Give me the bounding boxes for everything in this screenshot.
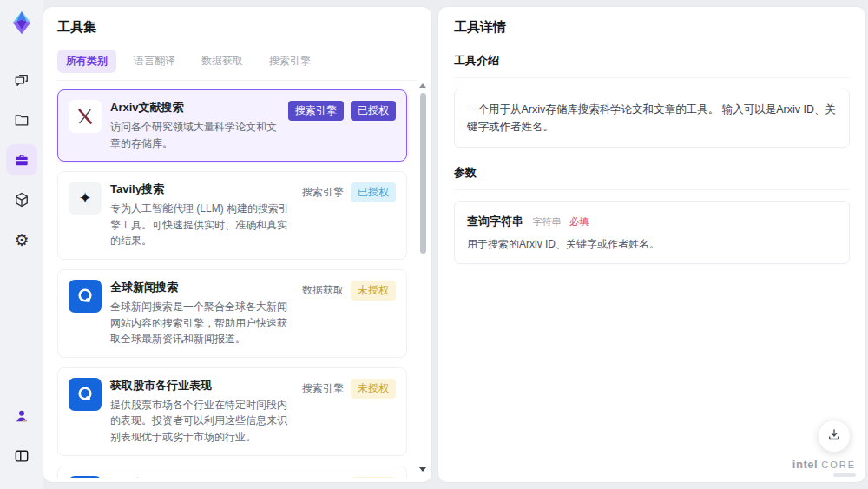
tool-card-title: Arxiv文献搜索 [110, 100, 279, 116]
category-badge: 搜索引擎 [302, 379, 344, 399]
chat-icon [13, 71, 30, 89]
authorization-badge: 未授权 [351, 477, 396, 478]
category-badge: 数据获取 [302, 281, 344, 301]
sidebar-item-settings[interactable]: ⚙ [6, 224, 37, 255]
parameter-type: 字符串 [532, 216, 561, 227]
parameters-heading: 参数 [454, 165, 850, 190]
download-button[interactable] [818, 420, 851, 453]
app-root: ⚙ 工具集 [0, 0, 868, 489]
parameter-name: 查询字符串 [467, 215, 523, 228]
tool-card-description: 专为人工智能代理 (LLM) 构建的搜索引擎工具。可快速提供实时、准确和真实的结… [110, 201, 293, 249]
tool-card-description: 访问各个研究领域大量科学论文和文章的存储库。 [110, 119, 279, 151]
tool-card[interactable]: Arxiv文献搜索 访问各个研究领域大量科学论文和文章的存储库。 搜索引擎 已授… [57, 89, 407, 162]
arxiv-logo-icon [69, 100, 102, 133]
category-badge: 搜索引擎 [288, 101, 344, 121]
sparkle-star-icon: ✦ [69, 182, 102, 215]
tool-card[interactable]: 获取股市各行业表现 提供股票市场各个行业在特定时间段内的表现。投资者可以利用这些… [57, 367, 407, 456]
parameter-card: 查询字符串 字符串 必填 用于搜索的Arxiv ID、关键字或作者姓名。 [454, 201, 850, 264]
tool-list-panel: 工具集 所有类别 语言翻译 数据获取 搜索引擎 [43, 7, 431, 482]
category-tab[interactable]: 搜索引擎 [260, 50, 319, 73]
authorization-badge: 已授权 [351, 182, 396, 202]
scroll-up-icon[interactable] [419, 83, 426, 88]
category-tab[interactable]: 语言翻译 [125, 50, 184, 73]
sidebar-item-files[interactable] [6, 104, 37, 135]
sidebar-item-account[interactable] [6, 400, 37, 432]
sidebar-item-tools[interactable] [6, 144, 37, 175]
toolbox-icon [13, 151, 30, 169]
tool-card[interactable]: 全球新闻搜索 全球新闻搜索是一个聚合全球各大新闻网站内容的搜索引擎，帮助用户快速… [57, 269, 407, 358]
core-logo-text: CORE [821, 459, 856, 470]
tool-card-description: 全球新闻搜索是一个聚合全球各大新闻网站内容的搜索引擎，帮助用户快速获取全球最新资… [110, 299, 293, 347]
gear-icon: ⚙ [14, 232, 29, 248]
tool-card-description: 提供股票市场各个行业在特定时间段内的表现。投资者可以利用这些信息来识别表现优于或… [110, 397, 293, 446]
logo-underline [833, 473, 856, 477]
download-icon [826, 427, 842, 446]
tool-card-list: Arxiv文献搜索 访问各个研究领域大量科学论文和文章的存储库。 搜索引擎 已授… [57, 89, 418, 478]
sidebar-item-packages[interactable] [6, 184, 37, 215]
tool-card-title: 获取股市各行业表现 [110, 378, 293, 393]
intel-logo-text: intel [792, 458, 818, 471]
tool-card-title: Tavily搜索 [110, 182, 293, 197]
parameters-list: 查询字符串 字符串 必填 用于搜索的Arxiv ID、关键字或作者姓名。 [454, 201, 850, 264]
tool-intro-box: 一个用于从Arxiv存储库搜索科学论文和文章的工具。 输入可以是Arxiv ID… [454, 89, 850, 148]
tool-detail-panel: 工具详情 工具介绍 一个用于从Arxiv存储库搜索科学论文和文章的工具。 输入可… [438, 7, 865, 482]
category-badge: 搜索引擎 [302, 477, 344, 478]
parameter-description: 用于搜索的Arxiv ID、关键字或作者姓名。 [467, 237, 837, 252]
scrollbar-thumb[interactable] [420, 93, 426, 254]
user-avatar-icon [13, 407, 30, 425]
tool-card[interactable]: 获取市场最活跃股票信息 提供当天交易量最高的股票列表。投资者可以利用这些信息来识… [57, 466, 407, 478]
scroll-down-icon[interactable] [419, 467, 426, 472]
category-badge: 搜索引擎 [302, 182, 344, 202]
cube-icon [13, 191, 30, 208]
intel-core-logo: intel CORE [792, 459, 856, 477]
blue-app-logo-icon [69, 476, 102, 478]
tool-intro-heading: 工具介绍 [454, 53, 850, 78]
blue-app-logo-icon [69, 280, 102, 313]
icon-sidebar: ⚙ [0, 0, 43, 489]
category-tabs: 所有类别 语言翻译 数据获取 搜索引擎 [57, 50, 418, 81]
authorization-badge: 已授权 [351, 101, 396, 121]
tool-card-title: 获取市场最活跃股票信息 [110, 476, 293, 478]
blue-app-logo-icon [69, 378, 102, 411]
category-tab[interactable]: 数据获取 [193, 50, 252, 73]
authorization-badge: 未授权 [351, 281, 396, 301]
parameter-required-flag: 必填 [569, 216, 589, 227]
tool-card-title: 全球新闻搜索 [110, 280, 293, 295]
folder-icon [13, 111, 30, 129]
main-area: 工具集 所有类别 语言翻译 数据获取 搜索引擎 [43, 0, 868, 489]
category-tab[interactable]: 所有类别 [57, 50, 116, 73]
app-logo-icon [6, 7, 37, 38]
authorization-badge: 未授权 [351, 379, 396, 399]
sidebar-item-collapse[interactable] [6, 440, 37, 472]
tool-intro-text: 一个用于从Arxiv存储库搜索科学论文和文章的工具。 输入可以是Arxiv ID… [467, 101, 837, 135]
tool-list-title: 工具集 [57, 19, 418, 36]
tool-card[interactable]: ✦ Tavily搜索 专为人工智能代理 (LLM) 构建的搜索引擎工具。可快速提… [57, 171, 407, 260]
sidebar-item-chat[interactable] [6, 64, 37, 96]
list-scrollbar[interactable] [418, 83, 427, 472]
tool-detail-title: 工具详情 [454, 19, 850, 36]
layout-panel-icon [13, 447, 30, 465]
